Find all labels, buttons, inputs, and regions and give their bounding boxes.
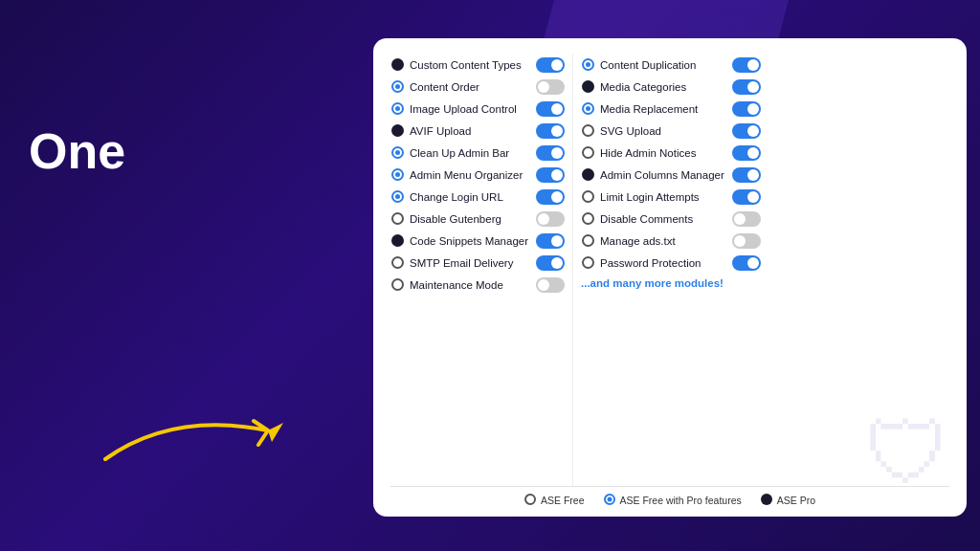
arrow-area <box>96 402 345 482</box>
feature-row-admin-menu-organizer: Admin Menu Organizer <box>390 164 565 186</box>
legend-ase-free-pro-label: ASE Free with Pro features <box>620 495 742 506</box>
many-more-text: ...and many more <box>581 277 675 289</box>
disable-gutenberg-toggle[interactable] <box>536 211 565 227</box>
svg-point-11 <box>395 194 400 199</box>
feature-row-maintenance-mode: Maintenance Mode <box>390 274 565 296</box>
image-upload-control-toggle[interactable] <box>536 101 565 117</box>
maintenance-mode-icon <box>390 278 404 292</box>
password-protection-label: Password Protection <box>600 257 724 269</box>
change-login-url-toggle[interactable] <box>536 189 565 205</box>
feature-row-code-snippets-manager: Code Snippets Manager <box>390 230 565 252</box>
feature-row-clean-up-admin-bar: Clean Up Admin Bar <box>390 142 565 164</box>
feature-row-avif-upload: AVIF Upload <box>390 120 565 142</box>
change-login-url-label: Change Login URL <box>410 191 528 203</box>
headline-line1: One <box>29 124 125 179</box>
media-replacement-toggle[interactable] <box>732 101 761 117</box>
image-upload-control-label: Image Upload Control <box>410 103 528 115</box>
code-snippets-manager-icon <box>390 234 404 248</box>
clean-up-admin-bar-toggle[interactable] <box>536 145 565 161</box>
svg-point-27 <box>583 257 593 268</box>
feature-row-manage-ads-txt: Manage ads.txt <box>581 230 761 252</box>
svg-point-17 <box>586 62 590 67</box>
legend-ase-free-pro-icon <box>604 494 615 507</box>
feature-row-change-login-url: Change Login URL <box>390 186 565 208</box>
legend-ase-free-icon <box>524 494 536 507</box>
admin-menu-organizer-label: Admin Menu Organizer <box>410 169 528 181</box>
content-order-toggle[interactable] <box>536 79 565 95</box>
watermark-shield: 🛡 <box>865 405 951 503</box>
limit-login-attempts-toggle[interactable] <box>732 189 761 205</box>
feature-row-svg-upload: SVG Upload <box>581 120 761 142</box>
media-categories-icon <box>581 80 594 94</box>
feature-row-content-order: Content Order <box>390 76 565 98</box>
legend-ase-free-pro: ASE Free with Pro features <box>604 494 742 507</box>
feature-row-disable-gutenberg: Disable Gutenberg <box>390 208 565 230</box>
svg-point-23 <box>582 168 594 181</box>
svg-upload-icon <box>581 124 594 138</box>
legend-ase-free-label: ASE Free <box>541 495 585 506</box>
admin-columns-manager-toggle[interactable] <box>732 167 761 183</box>
media-replacement-icon <box>581 102 594 116</box>
disable-comments-icon <box>581 212 594 226</box>
password-protection-toggle[interactable] <box>732 255 761 271</box>
code-snippets-manager-toggle[interactable] <box>536 233 565 249</box>
avif-upload-toggle[interactable] <box>536 123 565 139</box>
maintenance-mode-toggle[interactable] <box>536 277 565 293</box>
svg-point-25 <box>583 213 593 224</box>
feature-row-hide-admin-notices: Hide Admin Notices <box>581 142 761 164</box>
logo-area <box>23 17 73 65</box>
feature-row-many-more: ...and many more modules! <box>581 274 761 292</box>
smtp-email-delivery-toggle[interactable] <box>536 255 565 271</box>
limit-login-attempts-icon <box>581 190 594 204</box>
legend-ase-pro-icon <box>761 494 772 507</box>
svg-point-31 <box>761 494 772 505</box>
disable-gutenberg-icon <box>390 212 404 226</box>
svg-point-14 <box>392 257 403 268</box>
clean-up-admin-bar-label: Clean Up Admin Bar <box>410 147 528 159</box>
hide-admin-notices-label: Hide Admin Notices <box>600 147 724 159</box>
col-left: Custom Content TypesContent OrderImage U… <box>390 54 573 486</box>
svg-point-5 <box>391 124 404 137</box>
svg-point-26 <box>583 235 593 246</box>
svg-point-20 <box>586 106 590 111</box>
headline-one: One <box>29 123 125 179</box>
svg-upload-toggle[interactable] <box>732 123 761 139</box>
custom-content-types-toggle[interactable] <box>536 57 565 73</box>
svg-point-15 <box>392 279 403 290</box>
disable-gutenberg-label: Disable Gutenberg <box>410 213 528 225</box>
svg-point-18 <box>582 80 594 93</box>
headline: One <box>29 124 125 179</box>
svg-point-21 <box>583 125 593 136</box>
svg-point-30 <box>607 497 612 502</box>
svg-point-13 <box>391 234 404 247</box>
feature-row-image-upload-control: Image Upload Control <box>390 98 565 120</box>
media-categories-toggle[interactable] <box>732 79 761 95</box>
disable-comments-toggle[interactable] <box>732 211 761 227</box>
clean-up-admin-bar-icon <box>390 146 404 160</box>
content-order-icon <box>390 80 404 94</box>
svg-point-9 <box>395 172 400 177</box>
content-duplication-icon <box>581 58 594 72</box>
avif-upload-label: AVIF Upload <box>410 125 528 137</box>
admin-menu-organizer-toggle[interactable] <box>536 167 565 183</box>
svg-upload-label: SVG Upload <box>600 125 724 137</box>
content-duplication-toggle[interactable] <box>732 57 761 73</box>
manage-ads-txt-toggle[interactable] <box>732 233 761 249</box>
image-upload-control-icon <box>390 102 404 116</box>
custom-content-types-label: Custom Content Types <box>410 59 528 71</box>
password-protection-icon <box>581 256 594 270</box>
col-right: Content DuplicationMedia CategoriesMedia… <box>573 54 761 486</box>
feature-row-limit-login-attempts: Limit Login Attempts <box>581 186 761 208</box>
arrow-icon <box>96 402 345 478</box>
media-categories-label: Media Categories <box>600 81 724 93</box>
hide-admin-notices-toggle[interactable] <box>732 145 761 161</box>
smtp-email-delivery-icon <box>390 256 404 270</box>
many-more-label: ...and many more modules! <box>581 277 761 289</box>
svg-point-7 <box>395 150 400 155</box>
exclamation: ! <box>720 277 724 289</box>
feature-row-custom-content-types: Custom Content Types <box>390 54 565 76</box>
svg-point-0 <box>391 58 404 71</box>
admin-menu-organizer-icon <box>390 168 404 182</box>
hide-admin-notices-icon <box>581 146 594 160</box>
feature-row-content-duplication: Content Duplication <box>581 54 761 76</box>
